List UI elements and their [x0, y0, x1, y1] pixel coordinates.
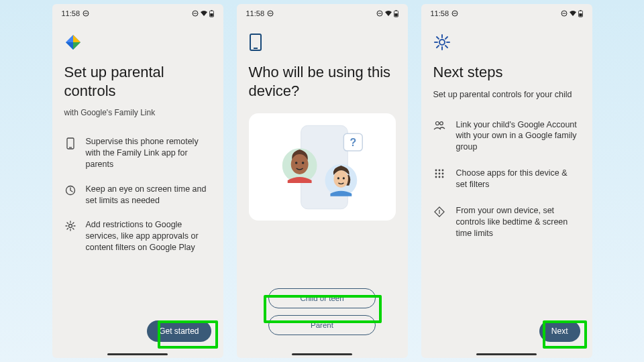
status-bar: 11:58	[52, 4, 223, 20]
step-text: Choose apps for this device & set filter…	[456, 168, 580, 190]
svg-point-53	[435, 170, 437, 172]
svg-point-54	[438, 170, 440, 172]
phone-icon	[64, 136, 76, 170]
do-not-disturb-icon	[83, 10, 89, 17]
svg-line-47	[437, 37, 439, 39]
svg-point-29	[294, 162, 297, 164]
phone-screen-2: 11:58 Who will be using this device? ?	[237, 4, 408, 358]
minus-icon	[561, 10, 568, 17]
device-icon	[249, 34, 396, 51]
minus-icon	[376, 10, 383, 17]
svg-point-33	[337, 177, 339, 179]
status-time: 11:58	[246, 9, 265, 17]
nav-gesture-bar[interactable]	[107, 353, 168, 355]
svg-point-56	[435, 173, 437, 175]
page-subtitle: with Google's Family Link	[64, 108, 211, 117]
minus-icon	[192, 10, 199, 17]
svg-rect-6	[210, 13, 213, 17]
svg-line-50	[445, 37, 447, 39]
step-row-link-account: Link your child's Google Account with yo…	[433, 119, 580, 154]
svg-point-52	[439, 121, 443, 125]
svg-point-61	[441, 176, 443, 178]
feature-row-screentime: Keep an eye on screen time and set limit…	[64, 184, 211, 206]
page-title: Next steps	[433, 63, 580, 82]
feature-text: Keep an eye on screen time and set limit…	[86, 184, 211, 206]
do-not-disturb-icon	[267, 10, 274, 17]
next-button[interactable]: Next	[539, 320, 580, 342]
svg-point-59	[435, 176, 437, 178]
status-bar: 11:58	[421, 4, 592, 20]
controls-icon	[433, 205, 445, 239]
status-time: 11:58	[431, 9, 449, 17]
parent-button[interactable]: Parent	[268, 315, 376, 335]
people-icon	[433, 119, 445, 154]
step-row-set-controls: From your own device, set controls like …	[433, 205, 580, 239]
svg-point-57	[438, 173, 440, 175]
svg-line-49	[437, 46, 439, 48]
phone-screen-3: 11:58 Next steps Set up parental control…	[421, 4, 592, 358]
step-text: From your own device, set controls like …	[456, 205, 580, 239]
status-bar: 11:58	[237, 4, 408, 20]
wifi-icon	[200, 10, 208, 17]
svg-point-51	[435, 121, 439, 125]
do-not-disturb-icon	[451, 10, 458, 17]
nav-gesture-bar[interactable]	[476, 353, 537, 355]
battery-icon	[209, 10, 214, 17]
clock-icon	[64, 184, 76, 206]
phone-screen-1: 11:58 Set up parental controls with Goog…	[52, 4, 223, 358]
gear-icon	[64, 219, 76, 253]
get-started-button[interactable]: Get started	[147, 320, 211, 342]
step-row-choose-apps: Choose apps for this device & set filter…	[433, 168, 580, 190]
wifi-icon	[384, 10, 392, 17]
feature-row-restrictions: Add restrictions to Google services, lik…	[64, 219, 211, 253]
svg-point-60	[438, 176, 440, 178]
svg-point-55	[441, 170, 443, 172]
svg-text:?: ?	[350, 137, 356, 148]
nav-gesture-bar[interactable]	[292, 353, 352, 355]
gear-icon	[433, 34, 580, 51]
page-title: Who will be using this device?	[249, 63, 396, 100]
svg-line-48	[445, 46, 447, 48]
battery-icon	[578, 10, 583, 17]
page-title: Set up parental controls	[64, 63, 211, 100]
svg-marker-8	[73, 35, 80, 42]
svg-rect-41	[579, 13, 582, 17]
feature-text: Add restrictions to Google services, lik…	[86, 219, 211, 253]
svg-point-14	[68, 225, 72, 228]
svg-marker-9	[73, 42, 80, 50]
family-link-icon	[64, 34, 211, 51]
illustration-card: ?	[249, 113, 396, 221]
status-time: 11:58	[62, 9, 80, 17]
svg-rect-21	[394, 13, 397, 17]
wifi-icon	[569, 10, 577, 17]
feature-row-supervise: Supervise this phone remotely with the F…	[64, 136, 211, 170]
svg-point-28	[290, 154, 308, 174]
page-subtitle: Set up parental controls for your child	[433, 90, 580, 99]
svg-point-30	[301, 162, 304, 164]
svg-point-58	[441, 173, 443, 175]
battery-icon	[394, 10, 398, 17]
step-text: Link your child's Google Account with yo…	[456, 119, 580, 154]
feature-text: Supervise this phone remotely with the F…	[86, 136, 211, 170]
child-or-teen-button[interactable]: Child or teen	[268, 288, 376, 308]
apps-grid-icon	[433, 168, 445, 190]
svg-point-34	[342, 177, 344, 179]
svg-point-32	[333, 170, 348, 188]
svg-marker-10	[66, 42, 73, 50]
svg-point-42	[439, 40, 445, 45]
